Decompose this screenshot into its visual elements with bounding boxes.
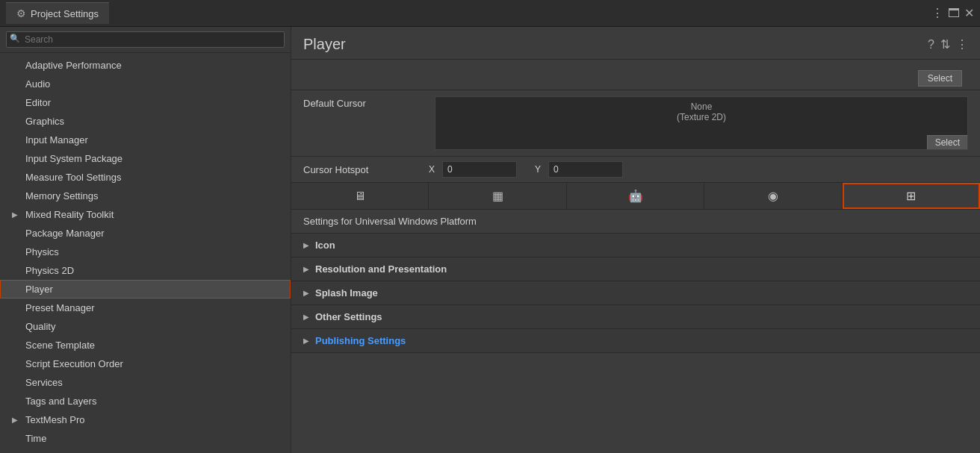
sidebar-item-label: Services bbox=[25, 377, 63, 388]
sidebar-item-physics-2d[interactable]: Physics 2D bbox=[0, 261, 291, 280]
y-coord-group: Y bbox=[535, 161, 623, 178]
main-container: Adaptive PerformanceAudioEditorGraphicsI… bbox=[0, 27, 980, 453]
more-options-icon[interactable]: ⋮ bbox=[956, 37, 968, 51]
content-body: Select Default Cursor None (Texture 2D) … bbox=[291, 60, 980, 453]
platform-tabs: 🖥▦🤖◉⊞ bbox=[291, 183, 980, 210]
close-icon[interactable]: ✕ bbox=[964, 6, 974, 20]
search-input[interactable] bbox=[6, 31, 285, 48]
accordion-section-other: ▶Other Settings bbox=[291, 305, 980, 329]
more-options-icon[interactable]: ⋮ bbox=[931, 6, 943, 20]
sidebar-item-quality[interactable]: Quality bbox=[0, 317, 291, 336]
sidebar-item-script-execution-order[interactable]: Script Execution Order bbox=[0, 354, 291, 373]
cursor-hotspot-label: Cursor Hotspot bbox=[303, 164, 423, 175]
sidebar-item-measure-tool-settings[interactable]: Measure Tool Settings bbox=[0, 168, 291, 187]
sidebar-item-textmesh-pro[interactable]: ▶TextMesh Pro bbox=[0, 410, 291, 429]
accordion-header-resolution[interactable]: ▶Resolution and Presentation bbox=[291, 257, 980, 281]
accordion-header-splash[interactable]: ▶Splash Image bbox=[291, 281, 980, 304]
accordion-sections: ▶Icon▶Resolution and Presentation▶Splash… bbox=[291, 234, 980, 353]
accordion-arrow-icon: ▶ bbox=[303, 313, 309, 321]
platform-tab-standalone[interactable]: 🖥 bbox=[291, 183, 429, 209]
platform-tab-uwp[interactable]: ⊞ bbox=[843, 183, 980, 209]
sidebar-item-label: Quality bbox=[25, 321, 55, 332]
sidebar-item-editor[interactable]: Editor bbox=[0, 93, 291, 112]
expand-arrow-icon: ▶ bbox=[12, 416, 21, 424]
sidebar-search-area bbox=[0, 27, 291, 53]
sidebar-item-label: Mixed Reality Toolkit bbox=[25, 209, 114, 220]
sidebar-item-services[interactable]: Services bbox=[0, 373, 291, 392]
y-label: Y bbox=[535, 164, 545, 175]
maximize-icon[interactable]: 🗖 bbox=[948, 7, 960, 20]
window-controls: ⋮ 🗖 ✕ bbox=[931, 6, 974, 20]
header-actions: ? ⇅ ⋮ bbox=[928, 37, 968, 51]
window-title: Project Settings bbox=[31, 8, 99, 19]
accordion-section-resolution: ▶Resolution and Presentation bbox=[291, 257, 980, 281]
x-label: X bbox=[429, 164, 439, 175]
accordion-title-other: Other Settings bbox=[315, 311, 382, 322]
accordion-arrow-icon: ▶ bbox=[303, 337, 309, 345]
select-button-cursor[interactable]: Select bbox=[927, 135, 967, 149]
sidebar-item-input-system-package[interactable]: Input System Package bbox=[0, 149, 291, 168]
accordion-title-resolution: Resolution and Presentation bbox=[315, 263, 447, 275]
expand-arrow-icon: ▶ bbox=[12, 210, 21, 219]
default-cursor-value-line2: (Texture 2D) bbox=[441, 112, 961, 122]
sidebar-item-label: Preset Manager bbox=[25, 302, 95, 313]
sidebar-item-scene-template[interactable]: Scene Template bbox=[0, 336, 291, 354]
default-cursor-row: Default Cursor None (Texture 2D) Select bbox=[291, 90, 980, 157]
accordion-title-splash: Splash Image bbox=[315, 287, 378, 299]
y-input[interactable] bbox=[548, 161, 623, 178]
title-bar: ⚙ Project Settings ⋮ 🗖 ✕ bbox=[0, 0, 980, 27]
sidebar-item-label: Package Manager bbox=[25, 228, 105, 239]
sidebar-item-label: Graphics bbox=[25, 116, 64, 127]
platform-tab-android[interactable]: 🤖 bbox=[567, 183, 704, 209]
accordion-title-publishing: Publishing Settings bbox=[315, 335, 406, 346]
sidebar-item-mixed-reality-toolkit[interactable]: ▶Mixed Reality Toolkit bbox=[0, 205, 291, 224]
accordion-section-splash: ▶Splash Image bbox=[291, 281, 980, 305]
sidebar-item-label: Script Execution Order bbox=[25, 358, 123, 369]
sidebar-item-adaptive-performance[interactable]: Adaptive Performance bbox=[0, 56, 291, 75]
layout-icon[interactable]: ⇅ bbox=[940, 37, 950, 51]
cursor-hotspot-row: Cursor Hotspot X Y bbox=[291, 157, 980, 183]
sidebar-item-label: Tags and Layers bbox=[25, 396, 96, 407]
default-cursor-value-line1: None bbox=[441, 101, 961, 112]
sidebar-item-physics[interactable]: Physics bbox=[0, 243, 291, 261]
sidebar-item-label: Audio bbox=[25, 78, 50, 90]
sidebar: Adaptive PerformanceAudioEditorGraphicsI… bbox=[0, 27, 291, 453]
x-input[interactable] bbox=[442, 161, 517, 178]
settings-platform-label: Settings for Universal Windows Platform bbox=[291, 210, 980, 234]
help-icon[interactable]: ? bbox=[928, 38, 934, 51]
accordion-section-icon: ▶Icon bbox=[291, 234, 980, 257]
sidebar-item-graphics[interactable]: Graphics bbox=[0, 112, 291, 131]
sidebar-item-player[interactable]: Player bbox=[0, 280, 291, 299]
sidebar-item-label: Measure Tool Settings bbox=[25, 172, 121, 183]
sidebar-item-tags-and-layers[interactable]: Tags and Layers bbox=[0, 392, 291, 410]
sidebar-item-input-manager[interactable]: Input Manager bbox=[0, 131, 291, 149]
select-button-top[interactable]: Select bbox=[918, 70, 962, 87]
sidebar-item-label: Physics 2D bbox=[25, 265, 74, 276]
sidebar-item-label: Editor bbox=[25, 97, 51, 108]
sidebar-item-timeline[interactable]: Timeline bbox=[0, 448, 291, 453]
accordion-arrow-icon: ▶ bbox=[303, 289, 309, 297]
sidebar-item-time[interactable]: Time bbox=[0, 429, 291, 448]
sidebar-list: Adaptive PerformanceAudioEditorGraphicsI… bbox=[0, 53, 291, 453]
sidebar-item-label: Player bbox=[25, 284, 53, 295]
accordion-arrow-icon: ▶ bbox=[303, 241, 309, 249]
sidebar-item-package-manager[interactable]: Package Manager bbox=[0, 224, 291, 243]
title-tab: ⚙ Project Settings bbox=[6, 2, 109, 24]
accordion-header-icon[interactable]: ▶Icon bbox=[291, 234, 980, 257]
accordion-header-publishing[interactable]: ▶Publishing Settings bbox=[291, 329, 980, 352]
platform-tab-webgl[interactable]: ▦ bbox=[429, 183, 566, 209]
accordion-arrow-icon: ▶ bbox=[303, 265, 309, 273]
sidebar-item-label: Adaptive Performance bbox=[25, 60, 122, 71]
sidebar-item-audio[interactable]: Audio bbox=[0, 75, 291, 93]
sidebar-item-label: Physics bbox=[25, 246, 59, 257]
content-panel: Player ? ⇅ ⋮ Select Default Cursor None … bbox=[291, 27, 980, 453]
sidebar-item-label: TextMesh Pro bbox=[25, 414, 84, 425]
accordion-section-publishing: ▶Publishing Settings bbox=[291, 329, 980, 353]
sidebar-item-memory-settings[interactable]: Memory Settings bbox=[0, 187, 291, 205]
sidebar-item-preset-manager[interactable]: Preset Manager bbox=[0, 299, 291, 317]
platform-tab-html5[interactable]: ◉ bbox=[704, 183, 842, 209]
gear-icon: ⚙ bbox=[16, 7, 26, 19]
content-header: Player ? ⇅ ⋮ bbox=[291, 27, 980, 60]
accordion-header-other[interactable]: ▶Other Settings bbox=[291, 305, 980, 328]
x-coord-group: X bbox=[429, 161, 517, 178]
